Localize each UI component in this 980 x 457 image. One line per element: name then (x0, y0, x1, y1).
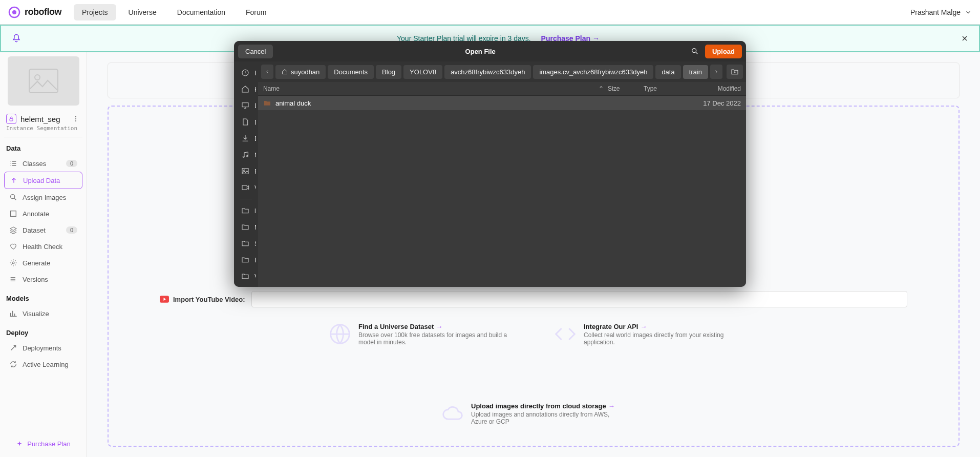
place-datascience[interactable]: Data Science … (236, 284, 256, 287)
project-thumbnail[interactable] (8, 56, 79, 106)
sidebar-item-label: Active Learning (23, 361, 69, 368)
layers-icon (9, 226, 17, 234)
breadcrumb-forward[interactable] (710, 65, 722, 79)
code-icon (554, 323, 577, 345)
sidebar-item-label: Assign Images (23, 194, 66, 201)
sidebar-item-upload-data[interactable]: Upload Data (4, 172, 82, 189)
place-label[interactable]: label (236, 202, 256, 219)
sidebar-item-dataset[interactable]: Dataset 0 (4, 222, 82, 238)
place-desktop[interactable]: Desktop (236, 97, 256, 114)
search-icon (691, 47, 699, 55)
globe-icon (329, 323, 351, 345)
new-folder-icon (731, 68, 739, 76)
upload-icon (10, 176, 18, 184)
purchase-plan-label: Purchase Plan (27, 440, 71, 448)
sidebar-item-label: Generate (23, 259, 50, 267)
picture-icon (241, 167, 249, 175)
purchase-plan-button[interactable]: Purchase Plan (4, 435, 82, 453)
chevron-right-icon (714, 69, 719, 74)
sidebar-item-active-learning[interactable]: Active Learning (4, 356, 82, 372)
clock-icon (241, 69, 249, 77)
nav-forum[interactable]: Forum (238, 4, 274, 20)
place-music[interactable]: Music (236, 147, 256, 163)
sidebar-item-label: Upload Data (23, 177, 60, 184)
col-size[interactable]: Size (608, 85, 644, 92)
user-menu[interactable]: Prashant Malge (910, 8, 972, 16)
crumb-yolov8[interactable]: YOLOV8 (403, 65, 442, 79)
crumb-hash1[interactable]: avchz68frybiwzc633dyeh (444, 65, 531, 79)
file-row[interactable]: animal duck 17 Dec 2022 (258, 96, 746, 110)
tile-find-universe-dataset[interactable]: Find a Universe Dataset→ Browse over 100… (329, 323, 513, 346)
new-folder-button[interactable] (727, 65, 743, 79)
place-documents[interactable]: Documents (236, 114, 256, 130)
svg-point-6 (75, 118, 76, 119)
place-movies[interactable]: Movies (236, 219, 256, 235)
crumb-documents[interactable]: Documents (328, 65, 374, 79)
tile-cloud-storage[interactable]: Upload images directly from cloud storag… (441, 402, 626, 425)
place-downloads[interactable]: Downloads (236, 130, 256, 147)
sidebar-item-label: Deployments (23, 344, 61, 352)
crumb-home[interactable]: suyodhan (275, 65, 326, 79)
place-pictures[interactable]: Pictures (236, 163, 256, 179)
place-videos[interactable]: Videos (236, 179, 256, 196)
section-deploy: Deploy (4, 322, 82, 340)
sidebar-item-assign-images[interactable]: Assign Images (4, 189, 82, 205)
crumb-data[interactable]: data (655, 65, 680, 79)
nav-documentation[interactable]: Documentation (169, 4, 233, 20)
sidebar-item-visualize[interactable]: Visualize (4, 305, 82, 322)
brand-name: roboflow (25, 7, 61, 17)
gear-icon (9, 259, 17, 267)
col-name[interactable]: Name (263, 85, 280, 92)
place-screenshots[interactable]: Screenshots (236, 235, 256, 252)
crumb-train[interactable]: train (683, 65, 708, 79)
nav-universe[interactable]: Universe (120, 4, 165, 20)
home-icon (241, 85, 249, 93)
place-recent[interactable]: Recent (236, 65, 256, 81)
sidebar-item-deployments[interactable]: Deployments (4, 340, 82, 356)
svg-rect-2 (29, 69, 58, 93)
breadcrumb-back[interactable] (261, 65, 273, 79)
nav-projects[interactable]: Projects (74, 4, 116, 20)
col-modified[interactable]: Modified (685, 85, 741, 92)
tile-integrate-api[interactable]: Integrate Our API→ Collect real world im… (554, 323, 738, 346)
sidebar-item-health-check[interactable]: Health Check (4, 238, 82, 255)
crumb-blog[interactable]: Blog (376, 65, 401, 79)
file-list: animal duck 17 Dec 2022 (258, 96, 746, 287)
dialog-header: Cancel Open File Upload (234, 41, 746, 61)
place-lecture[interactable]: Lecture 03: In… (236, 252, 256, 268)
dialog-search-button[interactable] (688, 44, 702, 58)
cancel-button[interactable]: Cancel (238, 45, 273, 58)
crumb-hash2[interactable]: images.cv_avchz68frybiwzc633dyeh (533, 65, 653, 79)
place-home[interactable]: Home (236, 81, 256, 97)
places-separator (240, 199, 252, 199)
sidebar-item-generate[interactable]: Generate (4, 255, 82, 271)
top-navbar: roboflow Projects Universe Documentation… (0, 0, 980, 25)
brand-logo[interactable]: roboflow (8, 6, 61, 18)
sidebar-item-classes[interactable]: Classes 0 (4, 155, 82, 172)
project-menu-button[interactable] (71, 114, 80, 123)
svg-point-5 (75, 116, 76, 117)
sidebar-item-versions[interactable]: Versions (4, 271, 82, 287)
refresh-icon (9, 360, 17, 368)
place-volume[interactable]: Volume (236, 268, 256, 284)
sidebar: helemt_seg Instance Segmentation Data Cl… (0, 52, 87, 457)
search-icon (9, 193, 17, 201)
nav-links: Projects Universe Documentation Forum (74, 4, 274, 20)
svg-point-1 (12, 10, 16, 14)
places-sidebar: Recent Home Desktop Documents Downloads … (234, 61, 258, 287)
annotate-icon (9, 210, 17, 218)
project-name: helemt_seg (20, 115, 67, 123)
upload-button[interactable]: Upload (705, 45, 742, 58)
image-placeholder-icon (28, 68, 59, 94)
svg-rect-9 (11, 211, 16, 217)
lock-badge (6, 114, 16, 124)
youtube-import-row: Import YouTube Video: (160, 291, 907, 307)
col-type[interactable]: Type (644, 85, 685, 92)
home-icon (282, 69, 288, 75)
chevron-left-icon (265, 69, 270, 74)
sidebar-item-annotate[interactable]: Annotate (4, 205, 82, 222)
music-icon (241, 151, 249, 159)
close-icon[interactable] (961, 34, 969, 43)
youtube-url-input[interactable] (251, 291, 907, 307)
sort-caret-icon[interactable]: ⌃ (599, 85, 604, 92)
